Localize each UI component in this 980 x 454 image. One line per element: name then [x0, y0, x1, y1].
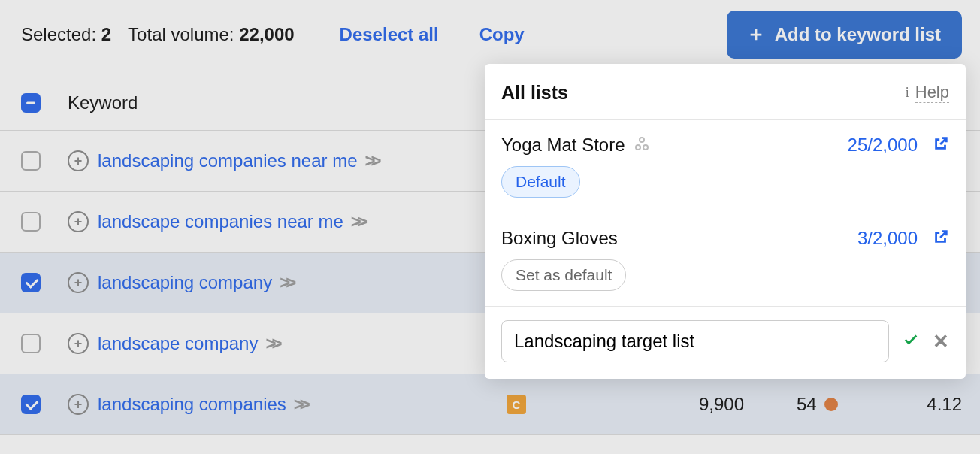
row-checkbox[interactable] [21, 212, 41, 232]
volume-cell: 9,900 [669, 394, 744, 415]
svg-point-2 [640, 138, 644, 142]
keyword-link[interactable]: landscaping company [98, 272, 272, 293]
svg-point-1 [643, 145, 648, 150]
chevron-right-icon: >> [294, 394, 306, 415]
svg-point-0 [636, 145, 640, 150]
keyword-link[interactable]: landscape company [98, 333, 258, 354]
set-as-default-button[interactable]: Set as default [501, 259, 626, 291]
expand-icon[interactable]: + [68, 333, 89, 354]
external-link-icon[interactable] [933, 135, 949, 155]
selected-count: Selected: 2 [21, 24, 111, 45]
expand-icon[interactable]: + [68, 150, 89, 171]
keyword-link[interactable]: landscape companies near me [98, 211, 343, 232]
chevron-right-icon: >> [365, 150, 377, 171]
row-checkbox[interactable] [21, 334, 41, 353]
expand-icon[interactable]: + [68, 211, 89, 232]
list-item[interactable]: Boxing Gloves 3/2,000 Set as default [485, 213, 966, 307]
deselect-all-link[interactable]: Deselect all [340, 24, 439, 45]
list-name: Boxing Gloves [501, 228, 618, 249]
copy-link[interactable]: Copy [479, 24, 525, 45]
keyword-link[interactable]: landscaping companies near me [98, 150, 358, 171]
row-checkbox[interactable] [21, 395, 41, 414]
keyword-link[interactable]: landscaping companies [98, 394, 286, 415]
row-checkbox[interactable] [21, 151, 41, 171]
info-icon: i [906, 85, 909, 101]
kd-dot-icon [824, 398, 838, 411]
shared-icon [633, 135, 651, 156]
plus-icon [748, 26, 764, 43]
select-all-checkbox[interactable] [21, 93, 41, 113]
list-count: 25/2,000 [848, 135, 918, 156]
difficulty-badge: C [507, 395, 526, 414]
kd-cell: 54 [797, 394, 842, 415]
chevron-right-icon: >> [280, 272, 292, 293]
popup-title: All lists [501, 82, 906, 104]
list-count: 3/2,000 [858, 228, 918, 249]
column-keyword: Keyword [68, 92, 138, 114]
keyword-list-popup: All lists iHelp Yoga Mat Store 25/2,000 … [485, 64, 966, 379]
help-link[interactable]: iHelp [906, 83, 949, 103]
expand-icon[interactable]: + [68, 394, 89, 415]
cpc-cell: 4.12 [917, 394, 962, 415]
expand-icon[interactable]: + [68, 272, 89, 293]
confirm-icon[interactable] [903, 331, 919, 351]
chevron-right-icon: >> [351, 211, 363, 232]
row-checkbox[interactable] [21, 273, 41, 292]
list-name: Yoga Mat Store [501, 135, 625, 156]
list-item[interactable]: Yoga Mat Store 25/2,000 Default [485, 120, 966, 213]
chevron-right-icon: >> [265, 333, 277, 354]
add-to-keyword-list-button[interactable]: Add to keyword list [727, 11, 962, 59]
total-volume: Total volume: 22,000 [128, 24, 294, 45]
table-row[interactable]: + landscaping companies >> C 9,900 54 4.… [0, 374, 980, 435]
new-list-input[interactable] [501, 320, 889, 362]
cancel-icon[interactable]: ✕ [933, 330, 949, 353]
external-link-icon[interactable] [933, 229, 949, 248]
default-badge: Default [501, 166, 580, 198]
